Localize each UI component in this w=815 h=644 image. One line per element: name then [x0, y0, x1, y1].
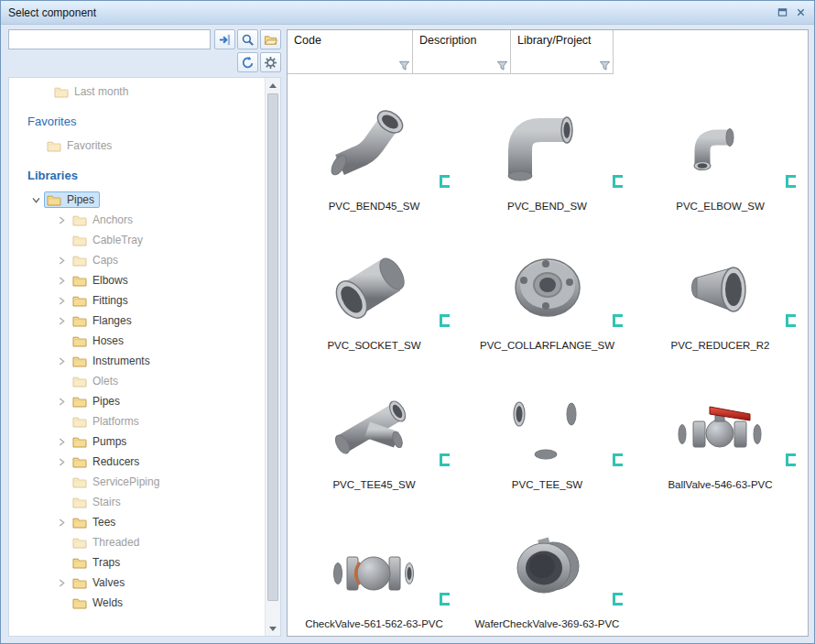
component-PVC_BEND45_SW[interactable]: PVC_BEND45_SW — [288, 78, 461, 217]
folder-icon — [72, 335, 87, 347]
tree-item-pipes[interactable]: Pipes — [9, 190, 265, 210]
filter-button[interactable] — [494, 58, 509, 72]
chevron-right-icon[interactable] — [53, 518, 70, 527]
tree-item-pumps[interactable]: Pumps — [9, 431, 265, 452]
tree-item-tees[interactable]: Tees — [9, 512, 265, 532]
scrollbar-thumb[interactable] — [267, 93, 278, 601]
tree-item-valves[interactable]: Valves — [9, 573, 265, 593]
tree-node: Elbows — [70, 272, 134, 289]
search-input[interactable] — [8, 29, 211, 49]
component-badge — [440, 314, 450, 327]
scroll-down-icon — [269, 627, 277, 631]
tree-item-pipes[interactable]: Pipes — [9, 391, 265, 411]
component-thumbnail — [487, 98, 608, 199]
column-header-description[interactable]: Description — [413, 30, 511, 74]
component-code-label: PVC_ELBOW_SW — [676, 201, 765, 212]
column-header-library-project[interactable]: Library/Project — [511, 30, 614, 74]
tee45-icon — [319, 381, 430, 473]
chevron-right-icon[interactable] — [53, 458, 70, 466]
component-PVC_SOCKET_SW[interactable]: PVC_SOCKET_SW — [288, 217, 461, 356]
folder-icon — [72, 355, 87, 367]
component-PVC_REDUCER_R2[interactable]: PVC_REDUCER_R2 — [634, 217, 807, 356]
folder-icon — [72, 315, 87, 327]
tree-item-traps[interactable]: Traps — [9, 552, 265, 573]
go-icon — [218, 33, 232, 47]
chevron-right-icon[interactable] — [53, 297, 70, 305]
tree-item-fittings[interactable]: Fittings — [9, 290, 265, 311]
checkvalve-icon — [319, 520, 430, 612]
tree-item-stairs[interactable]: Stairs — [9, 492, 265, 512]
tree-item-label: Stairs — [92, 496, 121, 508]
component-PVC_TEE_SW[interactable]: PVC_TEE_SW — [461, 356, 634, 496]
folder-icon — [72, 597, 87, 609]
settings-button[interactable] — [260, 52, 281, 72]
tree-scrollbar[interactable] — [265, 78, 280, 636]
go-button[interactable] — [214, 29, 235, 49]
chevron-right-icon[interactable] — [53, 277, 70, 285]
folder-icon — [72, 376, 87, 387]
scroll-down-button[interactable] — [266, 621, 280, 636]
search-toolbar — [8, 29, 281, 49]
component-badge — [786, 175, 796, 188]
chevron-down-icon[interactable] — [27, 197, 44, 203]
tree-item-hoses[interactable]: Hoses — [9, 331, 265, 351]
column-header-code[interactable]: Code — [288, 30, 413, 74]
component-PVC_BEND_SW[interactable]: PVC_BEND_SW — [461, 78, 634, 217]
tree-item-servicepiping[interactable]: ServicePiping — [9, 472, 265, 492]
chevron-right-icon[interactable] — [53, 398, 70, 406]
component-BallValve-546-63-PVC[interactable]: BallValve-546-63-PVC — [634, 356, 807, 496]
tree-node: Hoses — [70, 333, 129, 349]
search-icon — [241, 33, 255, 47]
tree-item-threaded[interactable]: Threaded — [9, 532, 265, 552]
component-code-label: WaferCheckValve-369-63-PVC — [475, 618, 620, 629]
titlebar[interactable]: Select component — [1, 1, 814, 25]
chevron-right-icon[interactable] — [53, 317, 70, 325]
component-CheckValve-561-562-63-PVC[interactable]: CheckValve-561-562-63-PVC — [288, 496, 461, 635]
scroll-up-button[interactable] — [266, 78, 280, 93]
tree-item-last-month[interactable]: Last month — [9, 82, 265, 102]
close-button[interactable] — [793, 5, 809, 20]
component-PVC_TEE45_SW[interactable]: PVC_TEE45_SW — [288, 356, 461, 496]
folder-icon — [72, 235, 87, 246]
tree-node: Flanges — [70, 312, 137, 329]
tree-node: Platforms — [70, 413, 145, 430]
tree-node: Last month — [51, 83, 134, 100]
dock-button[interactable] — [775, 5, 790, 20]
component-PVC_COLLARFLANGE_SW[interactable]: PVC_COLLARFLANGE_SW — [461, 217, 634, 356]
dialog-body: Last monthFavoritesFavoritesLibrariesPip… — [1, 26, 814, 643]
tree-node: Anchors — [70, 212, 138, 228]
filter-button[interactable] — [597, 58, 612, 72]
tree-item-flanges[interactable]: Flanges — [9, 311, 265, 331]
component-PVC_ELBOW_SW[interactable]: PVC_ELBOW_SW — [634, 78, 807, 217]
socket-icon — [319, 242, 430, 333]
chevron-right-icon[interactable] — [53, 438, 70, 446]
component-thumbnail — [314, 98, 435, 199]
tree-item-cabletray[interactable]: CableTray — [9, 230, 265, 250]
filter-button[interactable] — [397, 58, 411, 72]
chevron-right-icon[interactable] — [53, 357, 70, 366]
chevron-right-icon[interactable] — [53, 216, 70, 224]
tree-item-label: Traps — [92, 556, 120, 569]
tree-node: Reducers — [70, 453, 145, 470]
tree-item-welds[interactable]: Welds — [9, 593, 265, 613]
tree-item-reducers[interactable]: Reducers — [9, 452, 265, 472]
chevron-right-icon[interactable] — [53, 257, 70, 265]
tree-item-elbows[interactable]: Elbows — [9, 270, 265, 290]
scrollbar-track[interactable] — [266, 93, 280, 621]
tree-item-olets[interactable]: Olets — [9, 371, 265, 391]
tree-item-anchors[interactable]: Anchors — [9, 210, 265, 230]
tree-item-platforms[interactable]: Platforms — [9, 411, 265, 431]
tree-item-favorites[interactable]: Favorites — [9, 136, 265, 156]
tree-item-label: Pipes — [92, 395, 120, 408]
component-WaferCheckValve-369-63-PVC[interactable]: WaferCheckValve-369-63-PVC — [461, 496, 634, 635]
component-thumbnail — [314, 237, 435, 338]
refresh-button[interactable] — [237, 52, 258, 72]
section-favorites: Favorites — [9, 115, 265, 128]
search-button[interactable] — [237, 29, 258, 49]
tree-node: Pipes — [70, 393, 125, 409]
open-library-button[interactable] — [260, 29, 281, 49]
component-code-label: PVC_SOCKET_SW — [327, 340, 420, 351]
tree-item-instruments[interactable]: Instruments — [9, 351, 265, 371]
chevron-right-icon[interactable] — [53, 579, 70, 587]
tree-item-caps[interactable]: Caps — [9, 250, 265, 270]
